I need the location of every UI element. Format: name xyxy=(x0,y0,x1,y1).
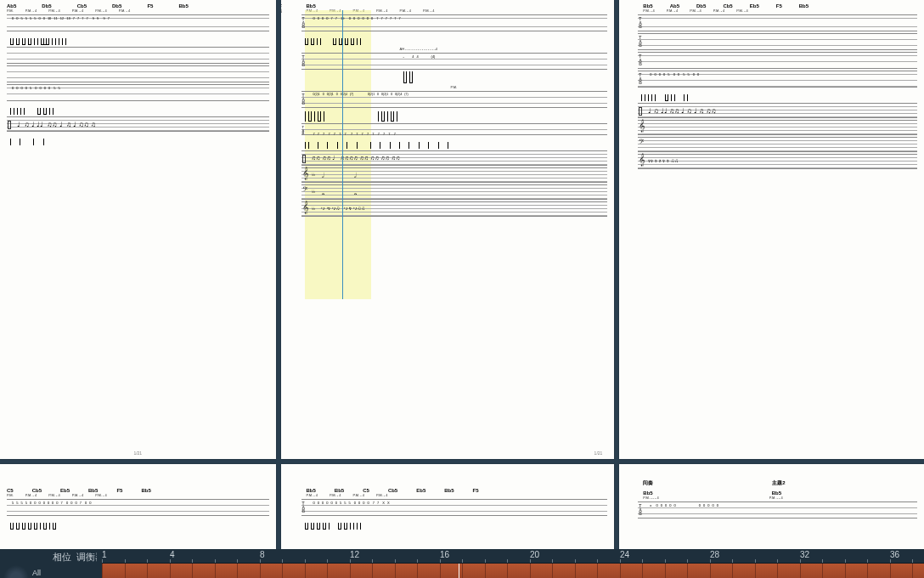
score-page-3[interactable]: Bb5 Ab5 Db5 Cb5 Eb5 F5 Bb5 P.M. - 4 P.M.… xyxy=(619,0,924,459)
palm-mute-markings: P.M. P.M. - 4 P.M. - 4 P.M. - 4 P.M. - 4 xyxy=(0,493,276,497)
score-view-row-1: Ab5 Db5 Cb5 Db5 F5 Bb5 P.M. P.M. - 4 P.M… xyxy=(0,0,924,459)
score-page-1[interactable]: Ab5 Db5 Cb5 Db5 F5 Bb5 P.M. P.M. - 4 P.M… xyxy=(0,0,276,459)
treble-clef-icon: 𝄞 xyxy=(302,167,309,180)
timeline-tick: 8 xyxy=(260,550,265,559)
tab-clef-icon: TAB xyxy=(639,17,642,29)
track-1-tab: TAB xyxy=(638,14,917,31)
track-2-tab xyxy=(7,47,269,64)
playhead-cursor[interactable] xyxy=(342,10,343,299)
chord-labels: Bb5 Bb5 C5 Cb5 Eb5 Bb5 F5 xyxy=(281,484,615,493)
treble-clef-icon: 𝄞 xyxy=(639,153,645,167)
tab-clef-icon: TAB xyxy=(302,94,306,105)
bass-clef-icon: 𝄢 xyxy=(302,185,307,196)
piano-treble-staff: rh.gt.1 𝄞 ♭♭ 𝅗𝅥 𝅗𝅥 xyxy=(301,167,608,183)
palm-mute-markings: P.M. - 4 P.M. - 4 P.M. - 4 P.M. - 4 P.M.… xyxy=(281,8,615,13)
tab-clef-icon: TAB xyxy=(639,73,642,85)
all-tracks-label[interactable]: All xyxy=(32,569,41,577)
score-page-2[interactable]: Bb5 P.M. - 4 P.M. - 4 P.M. - 4 P.M. - 4 … xyxy=(281,0,615,459)
percussion-clef-icon xyxy=(8,121,11,129)
track-3-tab xyxy=(7,65,269,82)
piano-bass-staff: 𝄢 xyxy=(638,137,917,152)
treble-clef-icon: 𝄞 xyxy=(302,201,309,214)
track-tab: TAB x 00000 00000 xyxy=(638,502,917,518)
timeline-tick: 1 xyxy=(102,550,107,559)
score-page-6[interactable]: 间奏 主题2 Bb5 Bb5 P.M. - - - 4 P.M. - - 4 T… xyxy=(619,464,924,549)
phase-label[interactable]: 相位 xyxy=(53,551,71,564)
timeline-tick: 32 xyxy=(800,550,809,559)
chord-labels: Bb5 Ab5 Db5 Cb5 Eb5 F5 Bb5 xyxy=(619,0,924,8)
track-3-tab: TAB xyxy=(638,52,917,69)
tab-clef-icon: TAB xyxy=(302,126,305,135)
page-number: 1/21 xyxy=(133,450,142,456)
ah-marking: AH - - - - - - - - - - - - - - -4 xyxy=(400,47,615,51)
percussion-clef-icon xyxy=(302,155,306,163)
chord-labels: Bb5 Bb5 xyxy=(619,487,924,496)
pm-section-marking: P.M. xyxy=(451,85,615,89)
percussion-staff: ♩ ♫ ♩ ♩♩ ♫♫ ♩ ♫ ♩ ♫♫ ♫ xyxy=(7,116,269,145)
tab-clef-icon: TAB xyxy=(302,502,306,513)
track-tab: 555500000007 0007 00 xyxy=(7,499,269,530)
timeline[interactable]: 1 4 8 12 16 20 24 28 32 36 xyxy=(102,549,924,578)
drums-staff: drms. ♫♫ ♫♫ ♩ ♫♫♫♫ ♫♫ ♫♫ ♫♫ ♫♫ xyxy=(301,150,608,166)
page-number: 1/21 xyxy=(594,450,603,456)
treble-clef-icon: 𝄞 xyxy=(639,119,645,133)
timeline-track[interactable] xyxy=(102,564,924,578)
track-tab: TAB 000000555 0000 77 XX xyxy=(301,499,608,530)
track-bass-tab: e.b. TAB 77 7 7 7 7 7 7 7 7 7 7 7 7 7 7 xyxy=(301,123,608,149)
chord-labels: C5 Cb5 Eb5 Bb5 F5 Bb5 xyxy=(0,484,276,493)
track-1-tab: 00555500101112137777 99 97 xyxy=(7,14,269,45)
timeline-tick: 36 xyxy=(890,550,899,559)
tab-clef-icon: TAB xyxy=(639,504,642,516)
palm-mute-markings: P.M. - 4 P.M. - 4 P.M. - 4 P.M. - 4 xyxy=(281,493,615,497)
timeline-tick: 12 xyxy=(350,550,359,559)
timeline-tick: 4 xyxy=(170,550,175,559)
piano-treble-staff: 𝄞 xyxy=(638,120,917,135)
timeline-ruler[interactable]: 1 4 8 12 16 20 24 28 32 36 xyxy=(102,549,924,564)
score-page-5[interactable]: Bb5 Bb5 C5 Cb5 Eb5 Bb5 F5 P.M. - 4 P.M. … xyxy=(281,464,615,549)
tab-clef-icon: TAB xyxy=(639,36,642,48)
synth-staff: 𝄞 𝄾♪𝄾♪ 𝄾♪ 𝄾♪ 𝄾♪ 𝄾♪ ♫♫ xyxy=(638,154,917,169)
score-view-row-2: C5 Cb5 Eb5 Bb5 F5 Bb5 P.M. P.M. - 4 P.M.… xyxy=(0,464,924,549)
piano-bass-staff: 𝄢 ♭♭ 𝅝 𝅝 xyxy=(301,184,608,200)
track-2-tab: TAB xyxy=(638,33,917,50)
timeline-tick: 16 xyxy=(440,550,449,559)
palm-mute-markings: P.M. - - - 4 P.M. - - 4 xyxy=(619,496,924,500)
palm-mute-markings: P.M. P.M. - 4 P.M. - 4 P.M. - 4 P.M. - 4… xyxy=(0,8,276,13)
tab-clef-icon: TAB xyxy=(639,54,642,66)
equalizer-label[interactable]: 调衡器 xyxy=(76,551,97,564)
percussion-clef-icon xyxy=(639,107,642,116)
tab-clef-icon: TAB xyxy=(302,17,306,29)
track-4-tab: TAB 00005 00 55 00 xyxy=(638,71,917,101)
synth-staff: rh.gt.2 𝄞 ♭♭ 𝄾 ♪ 𝄾 𝄾♪ 𝄾 ♪♫ 𝄾 ♪ 𝄾𝄾♪ 𝄾 ♪♫♫ xyxy=(301,201,608,217)
section-labels: 间奏 主题2 xyxy=(619,479,924,487)
timeline-tick: 28 xyxy=(710,550,719,559)
bottom-toolbar: 相位 调衡器 1 4 8 12 16 20 24 28 32 36 xyxy=(0,549,924,578)
score-page-4[interactable]: C5 Cb5 Eb5 Bb5 F5 Bb5 P.M. P.M. - 4 P.M.… xyxy=(0,464,276,549)
timeline-playhead[interactable] xyxy=(459,564,459,578)
timeline-tick: 20 xyxy=(530,550,539,559)
palm-mute-markings: P.M. - 4 P.M. - 4 P.M. - 4 P.M. - 4 P.M.… xyxy=(619,8,924,13)
timeline-tick: 24 xyxy=(620,550,629,559)
bass-clef-icon: 𝄢 xyxy=(639,138,644,148)
tab-clef-icon: TAB xyxy=(302,55,306,67)
percussion-staff: ♩ ♫ ♩♩ ♫♫ ♩ ♫ ♩ ♫ ♫♫ xyxy=(638,103,917,118)
chord-labels: Ab5 Db5 Cb5 Db5 F5 Bb5 xyxy=(0,0,276,8)
track-1-tab: rh.gt.1 TAB 000077 19 000000 777777 xyxy=(301,14,608,45)
chord-labels: Bb5 xyxy=(281,0,615,8)
track-3-tab: c.gt.1 TAB 0(2)100(2)100(2)4(7) 0(2)100(… xyxy=(301,91,608,122)
track-4-tab: 00005 0000 55 xyxy=(7,84,269,115)
track-2-tab: rh.gt.2 TAB - 44 (4) xyxy=(301,53,608,83)
